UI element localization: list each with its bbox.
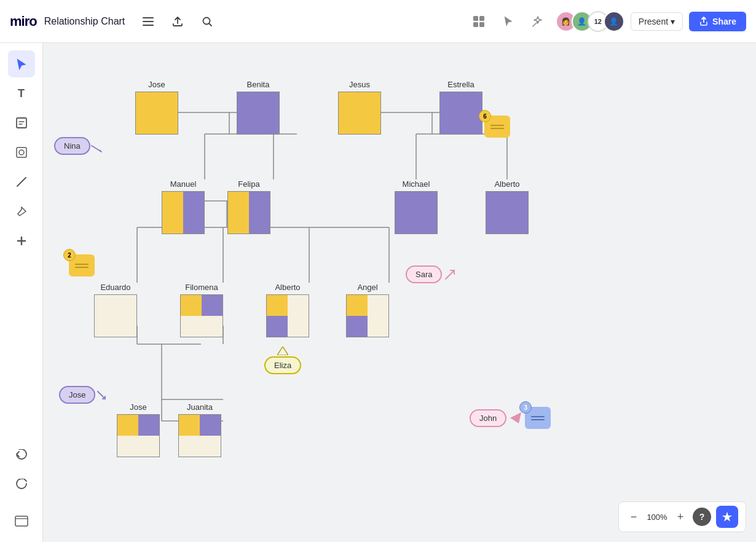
node-eduardo-label: Eduardo: [100, 283, 130, 292]
tool-redo[interactable]: [8, 471, 35, 498]
node-jose1-box[interactable]: [135, 92, 178, 135]
sticky-6[interactable]: 6: [484, 116, 510, 138]
bubble-eliza[interactable]: Eliza: [264, 347, 301, 374]
node-juanita-box[interactable]: [178, 414, 221, 457]
node-juanita[interactable]: Juanita: [178, 403, 221, 457]
node-felipa[interactable]: Felipa: [227, 179, 270, 234]
tool-shapes[interactable]: [8, 139, 35, 166]
sidebar: T: [0, 43, 43, 542]
tool-line[interactable]: [8, 168, 35, 195]
node-benita-label: Benita: [247, 80, 270, 89]
page-title: Relationship Chart: [44, 16, 125, 27]
svg-rect-6: [473, 22, 478, 27]
miro-logo: miro: [10, 14, 37, 29]
sticky-3-badge: 3: [519, 401, 532, 414]
node-felipa-box[interactable]: [227, 191, 270, 234]
avatar-group[interactable]: 👩 👤 12 👤: [556, 11, 624, 32]
sticky-6-lines: [490, 125, 504, 129]
cursor-button[interactable]: [497, 10, 520, 33]
present-button[interactable]: Present ▾: [631, 12, 683, 31]
john-label: John: [470, 409, 506, 427]
zoom-level: 100%: [646, 513, 668, 522]
eliza-arrow: [277, 347, 288, 355]
node-filomena-box[interactable]: [180, 294, 223, 337]
node-juanita-label: Juanita: [187, 403, 213, 412]
tool-add[interactable]: [8, 227, 35, 254]
node-jesus[interactable]: Jesus: [338, 80, 381, 135]
zoom-out-button[interactable]: −: [626, 509, 641, 524]
node-alberto2-label: Alberto: [275, 283, 300, 292]
svg-rect-11: [15, 516, 28, 526]
node-alberto1-box[interactable]: [486, 191, 529, 234]
node-benita-box[interactable]: [237, 92, 280, 135]
bubble-nina[interactable]: Nina: [54, 136, 103, 155]
node-jose1-label: Jose: [148, 80, 165, 89]
bubble-sara[interactable]: Sara: [406, 265, 457, 283]
node-angel-label: Angel: [357, 283, 377, 292]
john-arrow: [509, 412, 521, 423]
canvas[interactable]: Jose Benita Jesus Estrella: [43, 43, 756, 542]
svg-rect-9: [17, 147, 26, 157]
node-estrella-label: Estrella: [447, 80, 474, 89]
node-manuel-box[interactable]: [162, 191, 205, 234]
node-alberto2-box[interactable]: [266, 294, 309, 337]
help-button[interactable]: ?: [693, 508, 711, 526]
node-jesus-box[interactable]: [338, 92, 381, 135]
node-michael-box[interactable]: [395, 191, 438, 234]
svg-rect-5: [479, 16, 484, 21]
magic-button[interactable]: [526, 10, 549, 33]
sara-arrow: [443, 268, 457, 281]
jose-bottom-arrow: [96, 390, 106, 400]
node-filomena-label: Filomena: [185, 283, 218, 292]
node-eduardo[interactable]: Eduardo: [94, 283, 137, 337]
menu-button[interactable]: [137, 10, 159, 33]
nina-label: Nina: [54, 137, 90, 155]
sticky-2[interactable]: 2: [69, 254, 95, 277]
node-benita[interactable]: Benita: [237, 80, 280, 135]
node-alberto2[interactable]: Alberto: [266, 283, 309, 337]
svg-rect-7: [479, 22, 484, 27]
node-jose2[interactable]: Jose: [117, 403, 160, 457]
sticky-6-badge: 6: [479, 110, 491, 122]
node-alberto1-label: Alberto: [494, 179, 519, 189]
tool-undo[interactable]: [8, 441, 35, 468]
node-estrella-box[interactable]: [439, 92, 482, 135]
svg-rect-1: [143, 21, 154, 22]
svg-point-10: [19, 150, 24, 155]
search-button[interactable]: [196, 10, 218, 33]
svg-point-3: [203, 17, 210, 24]
zoom-bar: − 100% + ?: [618, 501, 746, 532]
node-jesus-label: Jesus: [349, 80, 370, 89]
svg-marker-36: [510, 412, 521, 423]
node-alberto1[interactable]: Alberto: [486, 179, 529, 234]
node-michael[interactable]: Michael: [395, 179, 438, 234]
node-eduardo-box[interactable]: [94, 294, 137, 337]
node-jose1[interactable]: Jose: [135, 80, 178, 135]
apps-button[interactable]: [467, 10, 490, 33]
tool-cursor[interactable]: [8, 50, 35, 77]
share-button[interactable]: Share: [689, 12, 746, 31]
node-angel-box[interactable]: [346, 294, 389, 337]
jose-bottom-label: Jose: [59, 386, 95, 404]
node-filomena[interactable]: Filomena: [180, 283, 223, 337]
node-angel[interactable]: Angel: [346, 283, 389, 337]
svg-rect-2: [143, 25, 154, 26]
tool-pen[interactable]: [8, 198, 35, 225]
tool-sticky[interactable]: [8, 109, 35, 136]
node-manuel-label: Manuel: [170, 179, 197, 189]
node-manuel[interactable]: Manuel: [162, 179, 205, 234]
bubble-jose-label[interactable]: Jose: [59, 386, 106, 404]
sticky-2-badge: 2: [63, 249, 76, 261]
tool-board[interactable]: [8, 508, 35, 535]
tool-text[interactable]: T: [8, 80, 35, 107]
ai-button[interactable]: [716, 506, 738, 528]
svg-rect-0: [143, 17, 154, 18]
bubble-john[interactable]: John 3: [470, 407, 551, 429]
zoom-in-button[interactable]: +: [673, 509, 688, 524]
node-jose2-box[interactable]: [117, 414, 160, 457]
nina-arrow: [90, 143, 103, 155]
node-estrella[interactable]: Estrella: [439, 80, 482, 135]
export-button[interactable]: [167, 10, 189, 33]
node-jose2-label: Jose: [130, 403, 146, 412]
sticky-3-lines: [531, 416, 545, 420]
